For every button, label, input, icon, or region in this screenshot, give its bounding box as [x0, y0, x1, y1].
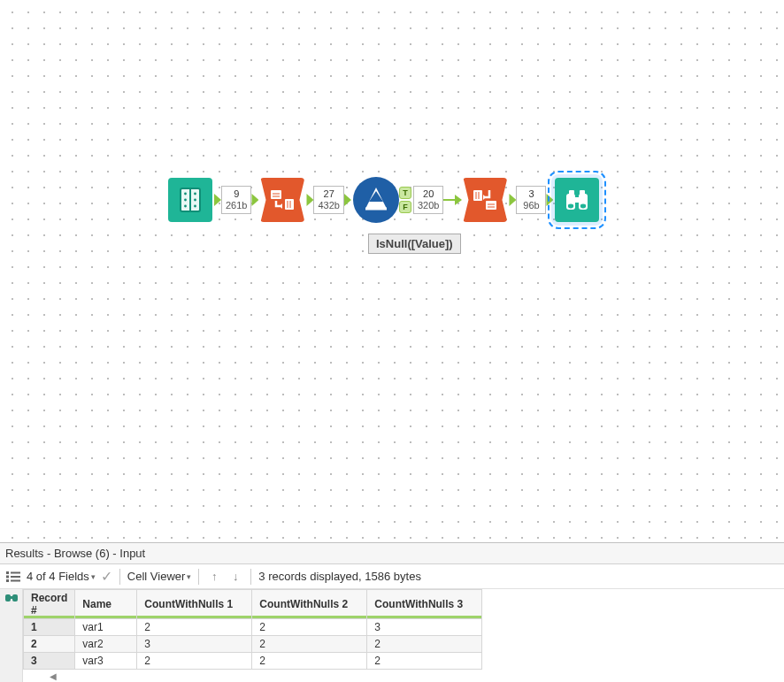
- results-title: Results - Browse (6) - Input: [0, 543, 784, 564]
- svg-point-27: [568, 204, 573, 209]
- svg-rect-30: [6, 575, 9, 578]
- horizontal-scrollbar[interactable]: ◀: [23, 670, 482, 682]
- crosstab-icon: [470, 185, 500, 215]
- svg-rect-32: [11, 571, 20, 573]
- connection-info: 20 320b: [413, 186, 461, 214]
- results-panel: Results - Browse (6) - Input 4 of 4 Fiel…: [0, 542, 784, 682]
- fields-dropdown[interactable]: 4 of 4 Fields▾: [27, 570, 96, 583]
- results-table[interactable]: Record # Name CountWithNulls 1 CountWith…: [23, 589, 482, 670]
- svg-rect-16: [473, 190, 482, 201]
- filter-tool[interactable]: [353, 177, 399, 223]
- results-toolbar: 4 of 4 Fields▾ ✓ Cell Viewer▾ ↑ ↓ 3 reco…: [0, 564, 784, 589]
- binoculars-small-icon[interactable]: [4, 591, 19, 603]
- table-row[interactable]: 3 var3 2 2 2: [24, 653, 482, 670]
- connection-info: 9 261b: [214, 186, 258, 214]
- connection-info: 27 432b: [306, 186, 350, 214]
- svg-rect-25: [569, 190, 574, 195]
- check-icon[interactable]: ✓: [101, 568, 112, 585]
- false-anchor[interactable]: F: [399, 201, 411, 213]
- tool-annotation: IsNull([Value]): [368, 234, 461, 254]
- svg-point-8: [194, 205, 196, 208]
- sort-asc-icon[interactable]: ↑: [206, 569, 222, 585]
- svg-rect-37: [10, 596, 13, 599]
- transpose-icon: [267, 185, 297, 215]
- col-record[interactable]: Record #: [24, 590, 75, 619]
- binoculars-icon: [562, 185, 592, 215]
- table-header-row: Record # Name CountWithNulls 1 CountWith…: [24, 590, 482, 619]
- col-cwn2[interactable]: CountWithNulls 2: [252, 590, 367, 619]
- svg-point-5: [184, 205, 187, 208]
- svg-rect-17: [486, 201, 496, 210]
- table-row[interactable]: 1 var1 2 2 3: [24, 619, 482, 636]
- col-name[interactable]: Name: [75, 590, 137, 619]
- col-cwn1[interactable]: CountWithNulls 1: [137, 590, 252, 619]
- svg-point-28: [580, 204, 586, 209]
- svg-rect-24: [573, 197, 580, 203]
- col-cwn3[interactable]: CountWithNulls 3: [367, 590, 482, 619]
- svg-point-7: [194, 199, 196, 202]
- filter-anchors: T F: [399, 187, 411, 213]
- svg-point-3: [184, 193, 187, 195]
- filter-icon: [358, 182, 394, 218]
- browse-tool[interactable]: [555, 178, 599, 222]
- table-row[interactable]: 2 var2 3 2 2: [24, 636, 482, 653]
- svg-rect-34: [11, 579, 20, 581]
- svg-rect-33: [11, 576, 20, 578]
- sort-desc-icon[interactable]: ↓: [227, 569, 243, 585]
- records-status: 3 records displayed, 1586 bytes: [258, 570, 421, 583]
- list-icon[interactable]: [5, 569, 21, 585]
- transpose-tool[interactable]: [260, 178, 304, 222]
- svg-rect-26: [580, 190, 585, 195]
- workflow-canvas[interactable]: 9 261b 27 432b: [0, 0, 784, 542]
- text-input-icon: [175, 185, 205, 215]
- svg-rect-9: [271, 190, 281, 199]
- cell-viewer-dropdown[interactable]: Cell Viewer▾: [127, 570, 192, 583]
- crosstab-tool[interactable]: [463, 178, 507, 222]
- svg-point-4: [184, 199, 187, 202]
- svg-rect-10: [285, 199, 294, 210]
- svg-rect-29: [6, 571, 9, 574]
- svg-point-6: [194, 193, 196, 195]
- connection-info: 3 96b: [509, 186, 553, 214]
- true-anchor[interactable]: T: [399, 187, 411, 199]
- side-icon-strip: [0, 589, 23, 682]
- text-input-tool[interactable]: [168, 178, 212, 222]
- svg-rect-31: [6, 579, 9, 582]
